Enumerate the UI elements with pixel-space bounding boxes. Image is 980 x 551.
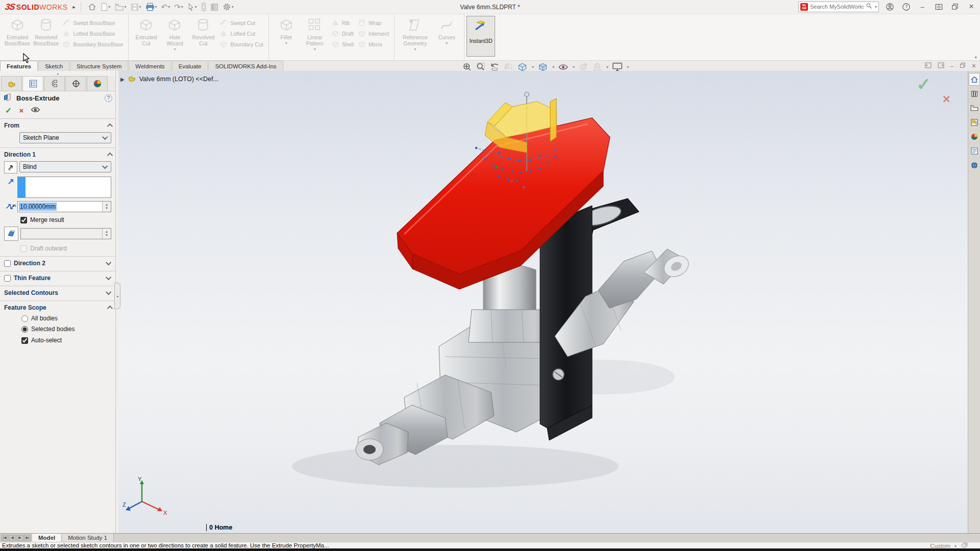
options-gear-button[interactable]: ▾ [221,1,235,13]
selected-bodies-radio[interactable] [21,326,28,333]
swept-boss-base-button[interactable]: Swept Boss/Base [62,18,123,27]
search-icon[interactable] [866,3,872,11]
save-dropdown[interactable]: ▾ [139,5,141,9]
pm-cancel-button[interactable]: × [19,106,23,115]
search-input[interactable] [810,4,864,10]
extruded-boss-base-button[interactable]: ExtrudedBoss/Base [5,16,30,46]
hole-wizard-dropdown[interactable]: ▾ [174,47,176,52]
help-button[interactable]: ? [900,1,912,12]
swept-cut-button[interactable]: Swept Cut [219,18,263,27]
direction1-collapse-chevron[interactable] [107,153,113,158]
appearances-scenes-icon[interactable] [969,130,980,143]
redo-button[interactable]: ↷▾ [173,1,185,13]
linear-pattern-dropdown[interactable]: ▾ [314,47,316,52]
reverse-direction-button[interactable] [4,161,17,173]
feature-manager-tab[interactable] [1,76,22,91]
options-gear-dropdown[interactable]: ▾ [232,5,234,9]
draft-button[interactable]: Draft [331,29,354,38]
direction2-checkbox[interactable] [4,260,11,267]
minimize-button[interactable]: – [917,1,928,12]
wrap-button[interactable]: Wrap [358,18,389,27]
tab-sketch[interactable]: Sketch [38,61,69,71]
solidworks-resources-globe-icon[interactable] [969,159,980,171]
open-file-button[interactable]: ▾ [113,1,128,13]
configuration-manager-tab[interactable] [44,76,65,91]
merge-result-checkbox[interactable] [20,217,27,223]
first-tab-button[interactable]: |◀ [1,535,8,541]
mirror-button[interactable]: Mirror [358,40,389,48]
taskpane-home-icon[interactable] [969,73,980,86]
pm-preview-eye-icon[interactable] [31,106,40,115]
view-orientation-icon[interactable] [517,62,528,72]
fillet-button[interactable]: Fillet ▾ [274,16,299,45]
doc-restore-icon[interactable] [960,62,966,69]
search-dropdown[interactable]: ▾ [875,5,877,9]
doc-close-icon[interactable]: × [972,62,976,70]
display-style-dropdown[interactable]: ▾ [552,65,554,69]
prev-tab-button[interactable]: ◀ [9,535,16,541]
view-palette-icon[interactable] [969,116,980,129]
auto-select-checkbox[interactable] [21,337,28,344]
thin-feature-expand-chevron[interactable] [106,274,111,280]
boundary-cut-button[interactable]: Boundary Cut [219,40,263,48]
auto-select-row[interactable]: Auto-select [21,337,111,344]
tab-structure-system[interactable]: Structure System [70,61,128,71]
new-file-button[interactable]: ▾ [99,1,112,13]
dimxpert-tab[interactable] [65,76,86,91]
zoom-to-area-icon[interactable] [476,62,486,72]
merge-result-row[interactable]: Merge result [20,216,111,223]
select-tool-dropdown[interactable]: ▾ [195,5,197,9]
home-button[interactable] [86,1,98,13]
confirmation-corner-ok[interactable]: ✓ [917,74,932,94]
rib-button[interactable]: Rib [331,18,354,27]
model-tab[interactable]: Model [32,534,62,542]
doc-minimize-icon[interactable]: – [950,63,953,69]
hide-show-items-dropdown[interactable]: ▾ [573,65,575,69]
reference-geometry-dropdown[interactable]: ▾ [414,47,416,52]
panel-grip[interactable]: ● [0,71,115,76]
revolved-boss-base-button[interactable]: RevolvedBoss/Base [33,16,59,46]
panel-splitter-handle[interactable]: ● [114,283,120,309]
view-settings-icon[interactable] [612,62,623,71]
previous-view-icon[interactable] [489,62,500,72]
linear-pattern-button[interactable]: LinearPattern ▾ [302,16,328,52]
custom-properties-icon[interactable] [969,144,980,157]
all-bodies-radio[interactable] [21,315,28,322]
fillet-dropdown[interactable]: ▾ [285,41,287,45]
undo-dropdown[interactable]: ▾ [168,5,170,9]
pm-ok-button[interactable]: ✓ [5,106,12,115]
selected-bodies-row[interactable]: Selected bodies [21,325,111,333]
revolved-cut-button[interactable]: RevolvedCut [190,16,216,46]
depth-input[interactable]: 10.00000mm ▲▼ [17,201,111,212]
curves-dropdown[interactable]: ▾ [446,41,448,45]
thin-feature-label[interactable]: Thin Feature [14,274,104,282]
selected-contours-expand-chevron[interactable] [106,289,111,295]
breadcrumb-expand-icon[interactable]: ▶ [120,77,125,82]
display-style-icon[interactable] [537,62,548,72]
select-tool-button[interactable]: ▾ [186,1,199,13]
tab-solidworks-add-ins[interactable]: SOLIDWORKS Add-Ins [208,61,283,71]
from-collapse-chevron[interactable] [107,123,113,129]
zoom-to-fit-icon[interactable] [462,62,472,72]
tab-weldments[interactable]: Weldments [129,61,171,71]
confirmation-corner-cancel[interactable]: × [943,91,950,107]
motion-study-tab[interactable]: Motion Study 1 [62,534,114,542]
pm-help-icon[interactable]: ? [105,94,112,102]
hole-wizard-button[interactable]: HoleWizard ▾ [162,16,187,52]
lofted-boss-base-button[interactable]: Lofted Boss/Base [62,29,123,38]
instant3d-button[interactable]: Instant3D [467,16,495,57]
from-plane-dropdown[interactable]: Sketch Plane [19,132,111,143]
print-button[interactable]: ▾ [144,1,159,13]
direction2-expand-chevron[interactable] [106,260,111,265]
design-library-icon[interactable] [969,87,980,100]
restore-button[interactable] [949,1,961,12]
touch-mode-button[interactable] [200,1,208,13]
all-bodies-row[interactable]: All bodies [21,315,111,322]
feature-scope-collapse-chevron[interactable] [107,306,113,311]
search-box[interactable]: My SW ▾ [798,2,879,12]
lofted-cut-button[interactable]: Lofted Cut [219,29,263,38]
feature-scope-label[interactable]: Feature Scope [4,304,104,311]
undo-button[interactable]: ↶▾ [160,1,172,13]
boundary-boss-base-button[interactable]: Boundary Boss/Base [62,40,123,48]
extruded-cut-button[interactable]: ExtrudedCut [133,16,159,46]
